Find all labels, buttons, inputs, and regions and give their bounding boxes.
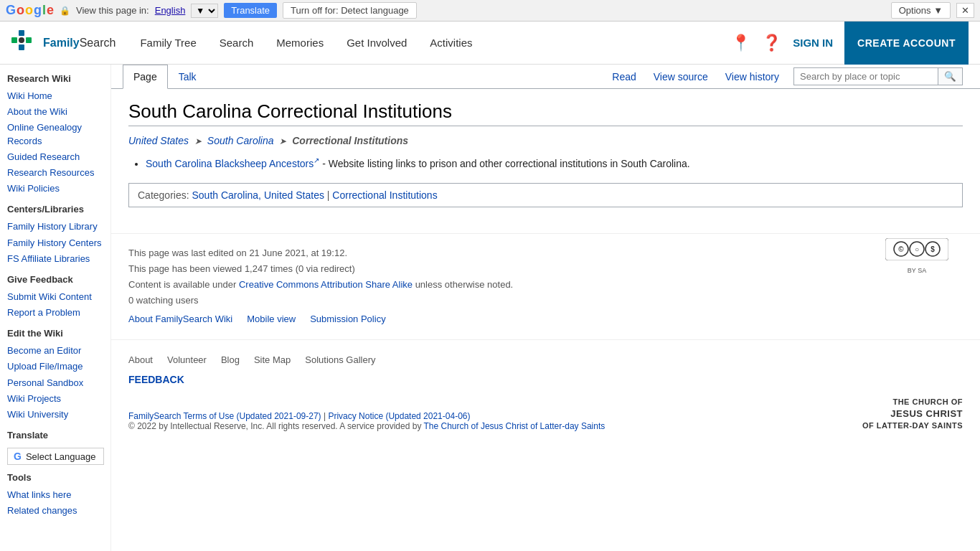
content-area: Page Talk Read View source View history … bbox=[111, 65, 980, 551]
mobile-view-link[interactable]: Mobile view bbox=[247, 311, 296, 327]
sidebar-item-submit-wiki[interactable]: Submit Wiki Content bbox=[7, 289, 103, 305]
sidebar-item-become-editor[interactable]: Become an Editor bbox=[7, 343, 103, 359]
tab-actions: Read View source View history 🔍 bbox=[603, 65, 969, 88]
logo-link[interactable]: FamilySearch bbox=[11, 30, 116, 56]
breadcrumb: United States ➤ South Carolina ➤ Correct… bbox=[128, 135, 963, 146]
bottom-footer-links: About Volunteer Blog Site Map Solutions … bbox=[128, 354, 963, 365]
categories-box: Categories: South Carolina, United State… bbox=[128, 183, 963, 207]
footer-links: About FamilySearch Wiki Mobile view Subm… bbox=[128, 311, 963, 327]
logo-text: FamilySearch bbox=[43, 37, 116, 50]
sidebar-item-upload-file[interactable]: Upload File/Image bbox=[7, 359, 103, 375]
sidebar-item-fs-affiliate[interactable]: FS Affiliate Libraries bbox=[7, 251, 103, 267]
sidebar-item-wiki-university[interactable]: Wiki University bbox=[7, 407, 103, 423]
footer-site-map-link[interactable]: Site Map bbox=[254, 354, 291, 365]
sidebar-item-family-history-library[interactable]: Family History Library bbox=[7, 219, 103, 235]
breadcrumb-arrow-2: ➤ bbox=[279, 136, 286, 146]
page-tabs: Page Talk Read View source View history … bbox=[111, 65, 980, 89]
close-translate-button[interactable]: ✕ bbox=[956, 3, 974, 18]
nav-family-tree[interactable]: Family Tree bbox=[130, 31, 206, 55]
svg-text:○: ○ bbox=[915, 245, 919, 253]
detect-language-button[interactable]: Turn off for: Detect language bbox=[283, 2, 417, 19]
bullet-desc: - Website listing links to prison and ot… bbox=[319, 158, 689, 169]
breadcrumb-current: Correctional Institutions bbox=[292, 135, 408, 146]
give-feedback-title: Give Feedback bbox=[7, 274, 103, 285]
church-link[interactable]: The Church of Jesus Christ of Latter-day… bbox=[424, 421, 606, 431]
svg-point-4 bbox=[19, 37, 24, 43]
sign-in-button[interactable]: SIGN IN bbox=[793, 37, 833, 49]
article-content: South Carolina Correctional Institutions… bbox=[111, 89, 980, 219]
tab-view-history[interactable]: View history bbox=[717, 65, 788, 88]
categories-label: Categories: bbox=[138, 189, 189, 201]
centers-libraries-title: Centers/Libraries bbox=[7, 204, 103, 215]
nav-search[interactable]: Search bbox=[209, 31, 264, 55]
copyright-text: © 2022 by Intellectual Reserve, Inc. All… bbox=[128, 421, 421, 431]
svg-text:©: © bbox=[898, 245, 904, 253]
blacksheep-link[interactable]: South Carolina Blacksheep Ancestors bbox=[146, 158, 319, 169]
sidebar-item-report-problem[interactable]: Report a Problem bbox=[7, 305, 103, 321]
translate-bar: Google 🔒 View this page in: English ▼ Tr… bbox=[0, 0, 980, 22]
sidebar-item-about-wiki[interactable]: About the Wiki bbox=[7, 104, 103, 120]
article-footer: This page was last edited on 21 June 202… bbox=[111, 233, 980, 339]
watching-users: 0 watching users bbox=[128, 293, 963, 309]
header-actions: 📍 ❓ SIGN IN CREATE ACCOUNT bbox=[731, 22, 969, 65]
create-account-button[interactable]: CREATE ACCOUNT bbox=[844, 22, 969, 65]
translate-view-text: View this page in: bbox=[76, 5, 149, 16]
last-edited-text: This page was last edited on 21 June 202… bbox=[128, 245, 963, 261]
list-item: South Carolina Blacksheep Ancestors - We… bbox=[146, 155, 963, 171]
location-icon[interactable]: 📍 bbox=[731, 34, 750, 52]
sidebar-item-personal-sandbox[interactable]: Personal Sandbox bbox=[7, 375, 103, 391]
about-familysearch-wiki-link[interactable]: About FamilySearch Wiki bbox=[128, 311, 232, 327]
main-header: FamilySearch Family Tree Search Memories… bbox=[0, 22, 980, 65]
translate-widget-area: G Select Language bbox=[7, 448, 103, 465]
footer-blog-link[interactable]: Blog bbox=[221, 354, 240, 365]
breadcrumb-arrow-1: ➤ bbox=[194, 136, 202, 146]
sidebar-item-what-links-here[interactable]: What links here bbox=[7, 487, 103, 503]
wiki-search-button[interactable]: 🔍 bbox=[938, 68, 962, 85]
page-layout: Research Wiki Wiki Home About the Wiki O… bbox=[0, 65, 980, 551]
tab-talk[interactable]: Talk bbox=[168, 65, 207, 89]
google-translate-widget[interactable]: G Select Language bbox=[7, 448, 104, 465]
category-correctional[interactable]: Correctional Institutions bbox=[332, 189, 437, 201]
footer-about-link[interactable]: About bbox=[128, 354, 153, 365]
sidebar-item-research-resources[interactable]: Research Resources bbox=[7, 165, 103, 181]
category-sc-us[interactable]: South Carolina, United States bbox=[192, 189, 324, 201]
research-wiki-title: Research Wiki bbox=[7, 73, 103, 84]
language-select[interactable]: ▼ bbox=[191, 4, 218, 18]
sidebar-item-online-genealogy[interactable]: Online Genealogy Records bbox=[7, 120, 103, 149]
terms-link[interactable]: FamilySearch Terms of Use (Updated 2021-… bbox=[128, 411, 321, 421]
tab-page[interactable]: Page bbox=[123, 65, 168, 89]
main-nav: Family Tree Search Memories Get Involved… bbox=[130, 31, 731, 55]
help-icon[interactable]: ❓ bbox=[762, 34, 781, 52]
sidebar-item-wiki-policies[interactable]: Wiki Policies bbox=[7, 181, 103, 197]
submission-policy-link[interactable]: Submission Policy bbox=[310, 311, 386, 327]
options-button[interactable]: Options ▼ bbox=[891, 2, 951, 19]
nav-get-involved[interactable]: Get Involved bbox=[336, 31, 417, 55]
tools-title: Tools bbox=[7, 472, 103, 483]
feedback-link[interactable]: FEEDBACK bbox=[128, 374, 963, 385]
tab-view-source[interactable]: View source bbox=[645, 65, 717, 88]
footer-solutions-gallery-link[interactable]: Solutions Gallery bbox=[305, 354, 375, 365]
sidebar-item-guided-research[interactable]: Guided Research bbox=[7, 149, 103, 165]
wiki-search-input[interactable] bbox=[794, 68, 938, 85]
church-logo: THE CHURCH OF JESUS CHRIST OF LATTER-DAY… bbox=[862, 397, 963, 432]
cc-license-icon: © ○ $ BY SA bbox=[885, 238, 948, 276]
sidebar-item-related-changes[interactable]: Related changes bbox=[7, 503, 103, 519]
sidebar-item-wiki-projects[interactable]: Wiki Projects bbox=[7, 391, 103, 407]
sidebar-item-wiki-home[interactable]: Wiki Home bbox=[7, 88, 103, 104]
privacy-link[interactable]: Privacy Notice (Updated 2021-04-06) bbox=[328, 411, 470, 421]
translate-button[interactable]: Translate bbox=[224, 3, 277, 18]
svg-rect-0 bbox=[11, 37, 17, 43]
breadcrumb-sc[interactable]: South Carolina bbox=[207, 135, 274, 146]
tab-read[interactable]: Read bbox=[603, 65, 644, 88]
license-link[interactable]: Creative Commons Attribution Share Alike bbox=[239, 279, 413, 290]
nav-memories[interactable]: Memories bbox=[266, 31, 334, 55]
legal-text: FamilySearch Terms of Use (Updated 2021-… bbox=[128, 411, 605, 431]
bottom-footer: About Volunteer Blog Site Map Solutions … bbox=[111, 339, 980, 446]
breadcrumb-us[interactable]: United States bbox=[128, 135, 189, 146]
article-title: South Carolina Correctional Institutions bbox=[128, 100, 963, 126]
sidebar-item-family-history-centers[interactable]: Family History Centers bbox=[7, 235, 103, 251]
footer-volunteer-link[interactable]: Volunteer bbox=[167, 354, 207, 365]
nav-activities[interactable]: Activities bbox=[420, 31, 482, 55]
sidebar: Research Wiki Wiki Home About the Wiki O… bbox=[0, 65, 111, 551]
language-link[interactable]: English bbox=[155, 5, 186, 16]
